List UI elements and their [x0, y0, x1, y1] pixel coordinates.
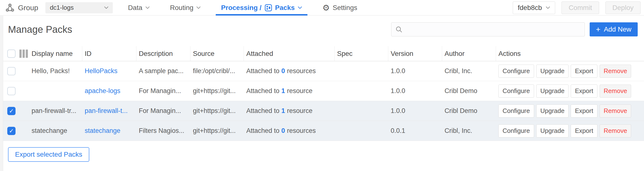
cell-attached: Attached to1resource	[244, 107, 334, 115]
upgrade-button[interactable]: Upgrade	[536, 65, 569, 78]
cell-attached: Attached to0resources	[244, 67, 334, 75]
cell-attached: Attached to0resources	[244, 127, 334, 134]
cell-version: 1.0.0	[388, 87, 442, 95]
cell-author: Cribl, Inc.	[442, 127, 496, 134]
export-button[interactable]: Export	[571, 85, 597, 98]
cell-author: Cribl, Inc.	[442, 67, 496, 75]
remove-button[interactable]: Remove	[600, 104, 632, 118]
attached-text: resources	[287, 127, 316, 134]
cell-version: 0.0.1	[388, 127, 442, 134]
tab-processing-suffix: Packs	[275, 4, 295, 12]
upgrade-button[interactable]: Upgrade	[536, 85, 569, 98]
col-version[interactable]: Version	[388, 46, 442, 61]
cell-author: Cribl Demo	[442, 107, 496, 115]
upgrade-button[interactable]: Upgrade	[536, 124, 569, 137]
attached-text: Attached to	[246, 67, 280, 75]
chevron-down-icon	[104, 6, 108, 9]
packs-table: Display name ID Description Source Attac…	[3, 46, 644, 141]
col-actions: Actions	[496, 46, 636, 61]
group-cluster-icon	[5, 3, 14, 12]
table-row: statechange statechange Filters Nagios..…	[3, 121, 644, 141]
export-button[interactable]: Export	[571, 65, 597, 78]
cell-attached: Attached to1resource	[244, 87, 334, 95]
search-box[interactable]	[391, 22, 585, 37]
cell-description: For Managin...	[136, 107, 190, 115]
row-checkbox[interactable]	[7, 67, 16, 75]
cell-display-name: statechange	[32, 127, 82, 134]
cell-source: git+https://git...	[190, 127, 244, 134]
cell-version: 1.0.0	[388, 107, 442, 115]
cell-description: A sample pac...	[136, 67, 190, 75]
attached-count: 1	[282, 107, 285, 114]
chevron-down-icon	[145, 6, 150, 9]
chevron-down-icon	[546, 6, 550, 9]
col-description[interactable]: Description	[136, 46, 190, 61]
tab-data[interactable]: Data	[122, 0, 155, 15]
col-attached[interactable]: Attached	[244, 46, 334, 61]
remove-button[interactable]: Remove	[600, 124, 632, 137]
col-display-name[interactable]: Display name	[32, 46, 82, 61]
columns-icon[interactable]	[20, 50, 28, 58]
table-header-row: Display name ID Description Source Attac…	[3, 46, 644, 61]
cell-description: Filters Nagios...	[136, 127, 190, 134]
remove-button[interactable]: Remove	[600, 65, 632, 78]
configure-button[interactable]: Configure	[498, 65, 534, 78]
export-button[interactable]: Export	[571, 124, 597, 137]
row-checkbox[interactable]	[7, 107, 16, 115]
tab-settings-label: Settings	[333, 4, 357, 12]
page-title: Manage Packs	[8, 24, 72, 35]
select-all-checkbox[interactable]	[7, 50, 16, 58]
col-author[interactable]: Author	[442, 46, 496, 61]
packs-icon	[264, 4, 272, 12]
upgrade-button[interactable]: Upgrade	[536, 104, 569, 118]
topbar-right-controls: fdeb8cb Commit Deploy	[513, 0, 640, 15]
pack-id-link[interactable]: apache-logs	[85, 87, 120, 94]
row-checkbox[interactable]	[7, 87, 16, 95]
plus-icon: +	[596, 26, 600, 33]
manage-packs-page: Group dc1-logs Data Routing	[0, 0, 644, 171]
table-row: Hello, Packs! HelloPacks A sample pac...…	[3, 61, 644, 81]
tab-settings[interactable]: ⚙ Settings	[317, 0, 363, 15]
chevron-down-icon	[298, 6, 302, 9]
configure-button[interactable]: Configure	[498, 124, 534, 137]
export-selected-packs-button[interactable]: Export selected Packs	[8, 147, 89, 162]
gear-icon: ⚙	[322, 4, 330, 12]
commit-version-dropdown[interactable]: fdeb8cb	[513, 2, 556, 14]
table-row: apache-logs For Managin... git+https://g…	[3, 81, 644, 101]
attached-text: Attached to	[246, 87, 280, 94]
cell-display-name: Hello, Packs!	[32, 67, 82, 75]
cell-description: For Managin...	[136, 87, 190, 95]
pack-id-link[interactable]: HelloPacks	[85, 67, 118, 75]
export-button[interactable]: Export	[571, 104, 597, 118]
chevron-down-icon	[196, 6, 201, 9]
cell-source: git+https://git...	[190, 87, 244, 95]
search-input[interactable]	[406, 26, 581, 33]
cell-version: 1.0.0	[388, 67, 442, 75]
header-actions: + Add New	[391, 22, 638, 37]
add-new-label: Add New	[604, 26, 632, 33]
attached-text: resource	[287, 107, 312, 114]
table-row: pan-firewall-tr... pan-firewall-t... For…	[3, 101, 644, 121]
col-source[interactable]: Source	[190, 46, 244, 61]
add-new-button[interactable]: + Add New	[590, 22, 638, 37]
deploy-button[interactable]: Deploy	[606, 2, 640, 14]
pack-id-link[interactable]: pan-firewall-t...	[85, 107, 128, 114]
tab-processing-packs[interactable]: Processing / Packs	[216, 0, 307, 15]
col-id[interactable]: ID	[82, 46, 136, 61]
tab-routing[interactable]: Routing	[165, 0, 206, 15]
remove-button[interactable]: Remove	[600, 85, 632, 98]
row-checkbox[interactable]	[7, 127, 16, 135]
page-header: Manage Packs + Add New	[3, 16, 644, 37]
commit-button[interactable]: Commit	[562, 2, 599, 14]
pack-id-link[interactable]: statechange	[85, 127, 120, 134]
group-label: Group	[18, 4, 38, 12]
tab-processing-prefix: Processing /	[221, 4, 262, 12]
group-select-dropdown[interactable]: dc1-logs	[46, 2, 113, 13]
cell-source: git+https://git...	[190, 107, 244, 115]
attached-text: resource	[287, 87, 312, 94]
cell-author: Cribl Demo	[442, 87, 496, 95]
configure-button[interactable]: Configure	[498, 104, 534, 118]
attached-text: Attached to	[246, 127, 280, 134]
col-spec[interactable]: Spec	[334, 46, 388, 61]
configure-button[interactable]: Configure	[498, 85, 534, 98]
